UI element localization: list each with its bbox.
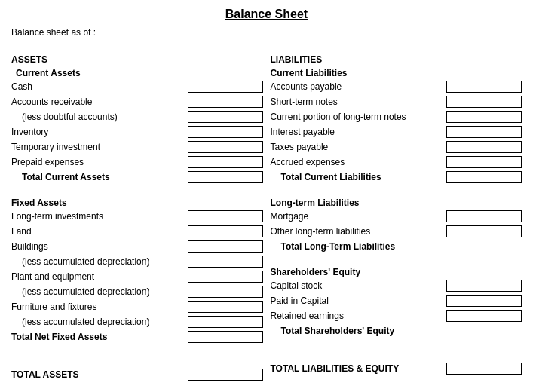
other-longterm-input[interactable] (446, 225, 522, 237)
total-current-liabilities-input[interactable] (446, 171, 522, 183)
total-current-assets-row: Total Current Assets (11, 170, 263, 184)
accounts-receivable-row: Accounts receivable (11, 95, 263, 109)
less-accum-dep3-label: (less accumulated depreciation) (11, 317, 188, 327)
inventory-label: Inventory (11, 127, 188, 137)
furniture-fixtures-input[interactable] (188, 301, 263, 313)
assets-column: ASSETS Current Assets Cash Accounts rece… (11, 48, 267, 383)
plant-equipment-row: Plant and equipment (11, 270, 263, 283)
less-doubtful-input[interactable] (188, 111, 263, 123)
less-accum-dep3-row: (less accumulated depreciation) (11, 315, 263, 329)
plant-equipment-input[interactable] (188, 271, 263, 283)
furniture-fixtures-row: Furniture and fixtures (11, 300, 263, 314)
total-net-fixed-assets-row: Total Net Fixed Assets (11, 330, 263, 344)
land-input[interactable] (188, 225, 263, 237)
inventory-input[interactable] (188, 126, 263, 138)
current-portion-longterm-input[interactable] (446, 111, 522, 123)
mortgage-label: Mortgage (271, 211, 447, 222)
assets-header: ASSETS (11, 54, 263, 65)
short-term-notes-row: Short-term notes (271, 95, 522, 109)
temporary-investment-label: Temporary investment (11, 142, 188, 152)
shareholders-equity-header: Shareholders' Equity (271, 267, 522, 277)
total-current-assets-label: Total Current Assets (11, 172, 188, 182)
retained-earnings-label: Retained earnings (271, 311, 447, 321)
temporary-investment-input[interactable] (188, 141, 263, 153)
prepaid-expenses-row: Prepaid expenses (11, 155, 263, 169)
less-accum-dep2-label: (less accumulated depreciation) (11, 286, 188, 297)
furniture-fixtures-label: Furniture and fixtures (11, 302, 188, 312)
longterm-investments-input[interactable] (188, 210, 263, 222)
less-doubtful-row: (less doubtful accounts) (11, 110, 263, 124)
interest-payable-label: Interest payable (271, 127, 447, 137)
liabilities-header: LIABILITIES (271, 54, 522, 65)
as-of-label: Balance sheet as of : (11, 27, 522, 38)
paid-in-capital-label: Paid in Capital (271, 296, 447, 306)
current-portion-longterm-label: Current portion of long-term notes (271, 112, 447, 122)
less-accum-dep2-input[interactable] (188, 286, 263, 298)
interest-payable-input[interactable] (446, 126, 522, 138)
other-longterm-row: Other long-term liabilities (271, 225, 522, 238)
buildings-label: Buildings (11, 241, 188, 252)
mortgage-input[interactable] (446, 210, 522, 222)
capital-stock-label: Capital stock (271, 280, 447, 291)
less-accum-dep1-row: (less accumulated depreciation) (11, 255, 263, 268)
prepaid-expenses-input[interactable] (188, 156, 263, 168)
paid-in-capital-row: Paid in Capital (271, 294, 522, 308)
total-assets-row: TOTAL ASSETS (11, 368, 263, 381)
land-label: Land (11, 226, 188, 237)
taxes-payable-row: Taxes payable (271, 140, 522, 154)
less-accum-dep2-row: (less accumulated depreciation) (11, 285, 263, 299)
total-equity-label: Total Shareholders' Equity (271, 326, 447, 336)
liabilities-column: LIABILITIES Current Liabilities Accounts… (267, 48, 522, 383)
total-net-fixed-assets-label: Total Net Fixed Assets (11, 332, 188, 342)
short-term-notes-label: Short-term notes (271, 96, 447, 107)
mortgage-row: Mortgage (271, 210, 522, 223)
current-assets-header: Current Assets (11, 68, 263, 78)
less-accum-dep1-input[interactable] (188, 256, 263, 268)
total-liabilities-equity-row: TOTAL LIABILITIES & EQUITY (271, 362, 522, 375)
page-title: Balance Sheet (11, 8, 522, 21)
taxes-payable-input[interactable] (446, 141, 522, 153)
longterm-liabilities-header: Long-term Liabilities (271, 198, 522, 208)
total-liabilities-equity-label: TOTAL LIABILITIES & EQUITY (271, 363, 447, 374)
less-doubtful-label: (less doubtful accounts) (11, 112, 188, 122)
fixed-assets-header: Fixed Assets (11, 198, 263, 208)
total-net-fixed-assets-input[interactable] (188, 331, 263, 343)
total-liabilities-equity-input[interactable] (446, 363, 522, 375)
paid-in-capital-input[interactable] (446, 295, 522, 307)
cash-label: Cash (11, 81, 188, 92)
total-current-liabilities-label: Total Current Liabilities (271, 172, 447, 182)
inventory-row: Inventory (11, 125, 263, 139)
accrued-expenses-input[interactable] (446, 156, 522, 168)
total-longterm-label: Total Long-Term Liabilities (271, 241, 447, 252)
accounts-payable-input[interactable] (446, 81, 522, 93)
buildings-input[interactable] (188, 240, 263, 253)
total-longterm-row: Total Long-Term Liabilities (271, 240, 522, 253)
retained-earnings-row: Retained earnings (271, 309, 522, 323)
total-assets-label: TOTAL ASSETS (11, 369, 188, 380)
cash-input[interactable] (188, 81, 263, 93)
cash-row: Cash (11, 80, 263, 93)
longterm-investments-row: Long-term investments (11, 210, 263, 223)
taxes-payable-label: Taxes payable (271, 142, 447, 152)
total-current-assets-input[interactable] (188, 171, 263, 183)
total-assets-input[interactable] (188, 369, 263, 381)
less-accum-dep3-input[interactable] (188, 316, 263, 328)
buildings-row: Buildings (11, 240, 263, 253)
accounts-receivable-input[interactable] (188, 96, 263, 108)
longterm-investments-label: Long-term investments (11, 211, 188, 222)
plant-equipment-label: Plant and equipment (11, 271, 188, 282)
capital-stock-row: Capital stock (271, 279, 522, 292)
other-longterm-label: Other long-term liabilities (271, 226, 447, 237)
accounts-payable-row: Accounts payable (271, 80, 522, 93)
capital-stock-input[interactable] (446, 280, 522, 292)
land-row: Land (11, 225, 263, 238)
retained-earnings-input[interactable] (446, 310, 522, 322)
total-equity-row: Total Shareholders' Equity (271, 324, 522, 338)
total-current-liabilities-row: Total Current Liabilities (271, 170, 522, 184)
less-accum-dep1-label: (less accumulated depreciation) (11, 256, 188, 267)
current-portion-longterm-row: Current portion of long-term notes (271, 110, 522, 124)
accounts-receivable-label: Accounts receivable (11, 96, 188, 107)
short-term-notes-input[interactable] (446, 96, 522, 108)
interest-payable-row: Interest payable (271, 125, 522, 139)
prepaid-expenses-label: Prepaid expenses (11, 157, 188, 167)
